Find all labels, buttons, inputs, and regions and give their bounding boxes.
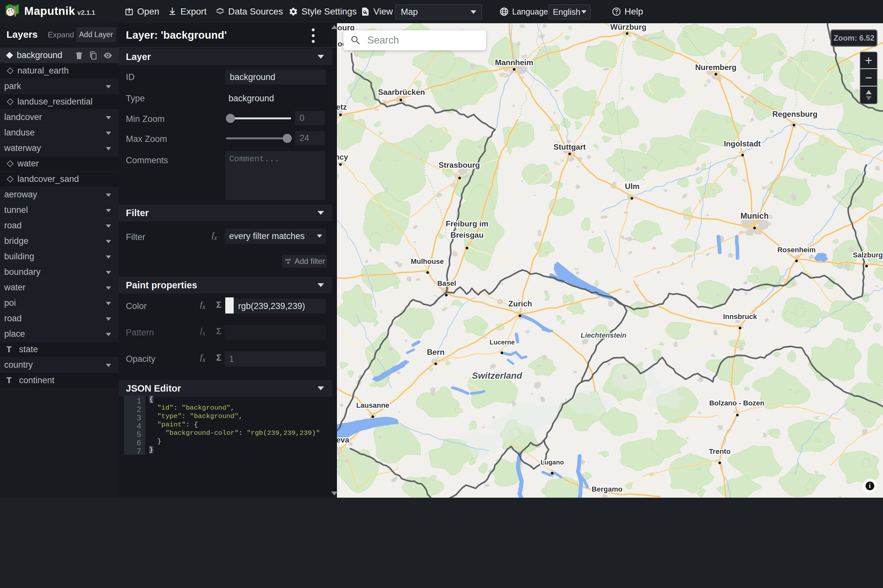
svg-text:Munich: Munich (740, 211, 769, 220)
svg-text:Rosenheim: Rosenheim (778, 246, 816, 254)
svg-text:Breisgau: Breisgau (451, 231, 484, 239)
svg-text:Mannheim: Mannheim (495, 58, 533, 67)
svg-text:Liechtenstein: Liechtenstein (581, 331, 626, 339)
svg-text:Trento: Trento (709, 447, 730, 455)
svg-text:Basel: Basel (437, 279, 457, 287)
svg-text:Strasbourg: Strasbourg (438, 160, 480, 170)
svg-text:Saarbrücken: Saarbrücken (378, 88, 425, 96)
svg-text:Salzburg: Salzburg (853, 251, 883, 259)
svg-text:Bern: Bern (427, 348, 445, 356)
svg-text:etz: etz (337, 103, 347, 111)
svg-text:Lucerne: Lucerne (490, 339, 515, 346)
svg-text:Regensburg: Regensburg (772, 110, 817, 118)
svg-text:Ingolstadt: Ingolstadt (724, 140, 761, 148)
svg-text:eva: eva (337, 435, 350, 444)
svg-text:ncy: ncy (337, 153, 348, 161)
svg-text:Stuttgart: Stuttgart (554, 142, 586, 151)
svg-text:Innsbruck: Innsbruck (723, 312, 757, 321)
svg-text:Lugano: Lugano (541, 459, 564, 466)
svg-text:Nuremberg: Nuremberg (695, 63, 736, 72)
svg-text:Bergamo: Bergamo (592, 485, 622, 493)
svg-text:Freiburg im: Freiburg im (446, 219, 488, 228)
svg-text:Lausanne: Lausanne (356, 401, 389, 409)
svg-text:Switzerland: Switzerland (472, 370, 522, 381)
svg-text:Ulm: Ulm (625, 182, 639, 190)
svg-text:Würzburg: Würzburg (610, 23, 646, 31)
svg-text:Mulhouse: Mulhouse (411, 257, 444, 266)
svg-text:Bolzano - Bozen: Bolzano - Bozen (709, 399, 764, 407)
svg-text:Zurich: Zurich (508, 299, 532, 308)
